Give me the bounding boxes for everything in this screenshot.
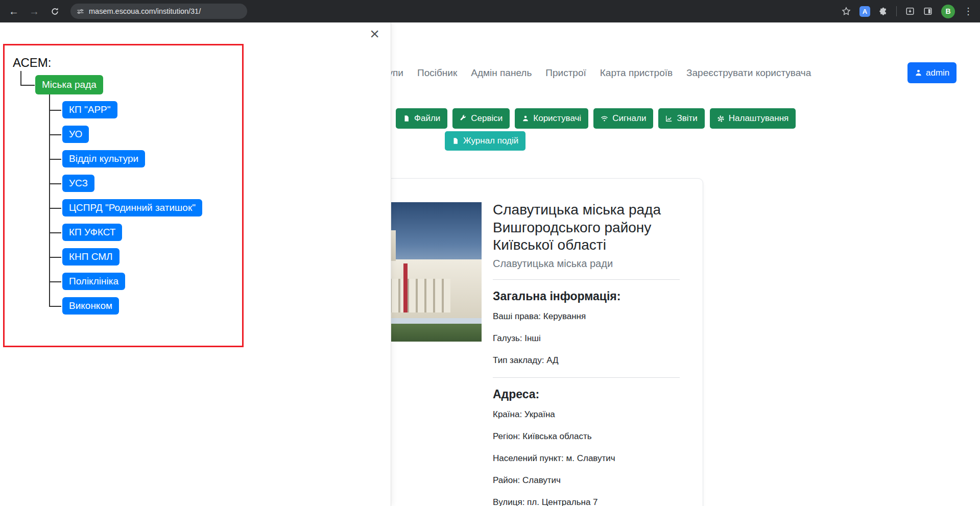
nav-items: Групи Посібник Адмін панель Пристрої Кар… [378, 67, 811, 79]
translate-extension-icon[interactable]: A [859, 6, 870, 17]
tree-node-child[interactable]: Виконком [62, 297, 119, 315]
chart-icon [665, 115, 673, 122]
nav-item-devices[interactable]: Пристрої [545, 67, 586, 79]
settlement-line: Населений пункт: м. Славутич [493, 453, 680, 464]
download-icon[interactable] [905, 7, 915, 16]
tree-title: АСЕМ: [13, 56, 242, 70]
profile-avatar[interactable]: B [941, 5, 955, 18]
admin-label: admin [926, 68, 949, 78]
institution-title: Славутицька міська рада Вишгородського р… [493, 201, 680, 254]
services-button[interactable]: Сервіси [452, 108, 510, 129]
divider [493, 377, 680, 378]
signals-button[interactable]: Сигнали [593, 108, 653, 129]
screen: ← → masem.escoua.com/institution/31/ A [0, 0, 980, 506]
browser-toolbar-right: A B ⋮ [842, 5, 975, 18]
close-icon[interactable]: × [370, 26, 379, 42]
tree-child-row: Відділ культури [49, 150, 242, 168]
file-icon [452, 137, 459, 144]
reports-button[interactable]: Звіти [658, 108, 704, 129]
region-line: Регіон: Київська область [493, 431, 680, 442]
tree-highlight-box: АСЕМ: Міська рада КП "АРР" УО Відділ кул… [3, 44, 244, 347]
files-button[interactable]: Файли [396, 108, 447, 129]
tree-node-child[interactable]: УО [62, 126, 89, 143]
forward-icon[interactable]: → [26, 3, 43, 20]
tree-child-row: КП "АРР" [49, 101, 242, 119]
tree-child-row: Виконком [49, 297, 242, 315]
toolbar-separator [896, 6, 897, 16]
divider [493, 279, 680, 280]
url-bar[interactable]: masem.escoua.com/institution/31/ [70, 4, 247, 19]
tree-child-row: КНП СМЛ [49, 248, 242, 266]
gear-icon [717, 115, 725, 123]
branch-line: Галузь: Інші [493, 333, 680, 344]
tree-root-row: Міська рада [35, 75, 242, 94]
tree-child-row: КП УФКСТ [49, 223, 242, 242]
users-button[interactable]: Користувачі [515, 108, 588, 129]
side-panel-icon[interactable] [923, 7, 933, 16]
tree-node-root[interactable]: Міська рада [35, 75, 103, 94]
tree-node-child[interactable]: УСЗ [62, 175, 94, 192]
admin-user-button[interactable]: admin [907, 62, 957, 83]
institution-subtitle: Славутицька міська ради [493, 258, 680, 270]
address-heading: Адреса: [493, 388, 680, 401]
wrench-icon [460, 115, 467, 122]
nav-item-manual[interactable]: Посібник [417, 67, 457, 79]
general-info-heading: Загальна інформація: [493, 290, 680, 303]
type-line: Тип закладу: АД [493, 355, 680, 366]
photo-banner [403, 263, 408, 312]
nav-item-device-map[interactable]: Карта пристроїв [600, 67, 673, 79]
settings-button[interactable]: Налаштування [710, 108, 796, 129]
file-icon [403, 115, 410, 122]
institution-info: Славутицька міська рада Вишгородського р… [493, 201, 680, 506]
bookmark-star-icon[interactable] [842, 7, 851, 16]
browser-menu-icon[interactable]: ⋮ [964, 6, 973, 17]
rights-line: Ваші права: Керування [493, 311, 680, 322]
nav-item-register-user[interactable]: Зареєструвати користувача [686, 67, 811, 79]
user-icon [522, 115, 529, 122]
district-line: Район: Славутич [493, 475, 680, 486]
nav-item-admin-panel[interactable]: Адмін панель [471, 67, 532, 79]
tree-node-child[interactable]: КП УФКСТ [62, 224, 122, 241]
wifi-icon [601, 115, 608, 123]
extensions-puzzle-icon[interactable] [879, 7, 888, 16]
url-text: masem.escoua.com/institution/31/ [89, 7, 201, 15]
country-line: Країна: Україна [493, 409, 680, 420]
tree-child-row: ЦСПРД "Родинний затишок" [49, 199, 242, 217]
street-line: Вулиця: пл. Центральна 7 [493, 497, 680, 506]
reload-icon[interactable] [46, 3, 63, 20]
back-icon[interactable]: ← [5, 3, 22, 20]
browser-toolbar: ← → masem.escoua.com/institution/31/ A [0, 0, 980, 22]
tree-children: КП "АРР" УО Відділ культури УСЗ ЦСПРД "Р… [49, 101, 242, 315]
tree-node-child[interactable]: Відділ культури [62, 150, 145, 167]
tree-node-child[interactable]: КНП СМЛ [62, 248, 119, 266]
tree-node-child[interactable]: КП "АРР" [62, 101, 117, 118]
event-log-button[interactable]: Журнал подій [445, 131, 525, 151]
tree-node-child[interactable]: Поліклініка [62, 273, 125, 290]
institution-action-buttons: Файли Сервіси Користувачі Сигнали Звіти … [348, 108, 796, 129]
tree-child-row: Поліклініка [49, 272, 242, 291]
tree-child-row: УСЗ [49, 174, 242, 192]
site-settings-icon[interactable] [77, 8, 84, 15]
tree-child-row: УО [49, 125, 242, 143]
org-tree-modal: × АСЕМ: Міська рада КП "АРР" УО Відділ к… [0, 22, 391, 506]
tree-node-child[interactable]: ЦСПРД "Родинний затишок" [62, 199, 202, 216]
user-icon [915, 69, 922, 77]
